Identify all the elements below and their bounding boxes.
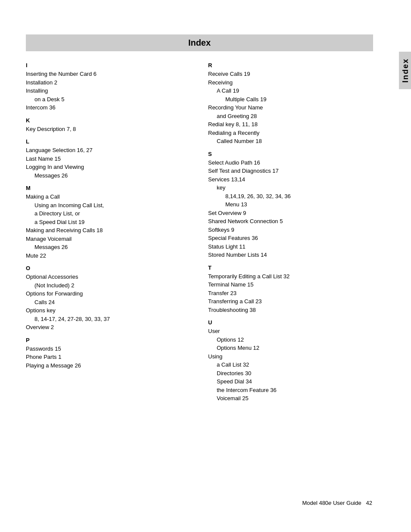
section-letter-p: P (26, 337, 191, 343)
entry-a-call-list: a Call List 32 (208, 361, 373, 369)
entry-last-name: Last Name 15 (26, 155, 191, 163)
section-letter-u: U (208, 319, 373, 326)
entry-transferring-a-call: Transferring a Call 23 (208, 297, 373, 306)
entry-overview: Overview 2 (26, 323, 191, 332)
entry-key-description: Key Description 7, 8 (26, 125, 191, 134)
entry-user-options: Options 12 (208, 336, 373, 344)
entry-redial-key: Redial key 8, 11, 18 (208, 120, 373, 129)
section-o: O Optional Accessories (Not Included) 2 … (26, 265, 191, 332)
section-letter-k: K (26, 117, 191, 124)
right-column: R Receive Calls 19 Receiving A Call 19 M… (208, 62, 373, 408)
entry-installation: Installation 2 (26, 78, 191, 87)
entry-recording-your-name: Recording Your Name (208, 103, 373, 112)
section-k: K Key Description 7, 8 (26, 117, 191, 134)
content-area: I Inserting the Number Card 6 Installati… (26, 62, 373, 408)
entry-called-number: Called Number 18 (208, 137, 373, 146)
section-letter-i: I (26, 62, 191, 68)
entry-using: Using (208, 352, 373, 361)
entry-language-selection: Language Selection 16, 27 (26, 146, 191, 155)
section-p: P Passwords 15 Phone Parts 1 Playing a M… (26, 337, 191, 370)
entry-user: User (208, 327, 373, 336)
section-u: U User Options 12 Options Menu 12 Using … (208, 319, 373, 403)
section-letter-o: O (26, 265, 191, 271)
entry-menu-13: Menu 13 (208, 200, 373, 209)
section-letter-m: M (26, 185, 191, 191)
footer-model-italic: e (328, 500, 331, 506)
entry-mute: Mute 22 (26, 252, 191, 260)
entry-directories: Directories 30 (208, 369, 373, 378)
entry-self-test: Self Test and Diagnostics 17 (208, 167, 373, 175)
entry-redialing: Redialing a Recently (208, 129, 373, 137)
entry-and-greeting: and Greeting 28 (208, 112, 373, 121)
entry-logging-in: Logging In and Viewing (26, 163, 191, 171)
entry-voicemail: Voicemail 25 (208, 394, 373, 403)
entry-stored-number-lists: Stored Number Lists 14 (208, 251, 373, 259)
page-container: Index Index I Inserting the Number Card … (0, 0, 411, 532)
entry-options-key-numbers: 8, 14-17, 24, 27-28, 30, 33, 37 (26, 315, 191, 324)
entry-making-a-call: Making a Call (26, 193, 191, 201)
entry-installing: Installing (26, 87, 191, 95)
entry-terminal-name: Terminal Name 15 (208, 280, 373, 289)
entry-shared-network: Shared Network Connection 5 (208, 217, 373, 226)
section-i: I Inserting the Number Card 6 Installati… (26, 62, 191, 112)
entry-services: Services 13,14 (208, 175, 373, 184)
entry-messages-26: Messages 26 (26, 171, 191, 180)
index-tab: Index (399, 52, 411, 89)
entry-status-light: Status Light 11 (208, 243, 373, 251)
page-title: Index (26, 38, 373, 48)
entry-a-call: A Call 19 (208, 87, 373, 95)
entry-phone-parts: Phone Parts 1 (26, 353, 191, 361)
entry-options-key: Options key (26, 306, 191, 315)
entry-playing-message: Playing a Message 26 (26, 361, 191, 370)
entry-speed-dial-list: a Speed Dial List 19 (26, 218, 191, 227)
entry-user-options-menu: Options Menu 12 (208, 344, 373, 352)
entry-speed-dial: Speed Dial 34 (208, 377, 373, 386)
entry-softkeys: Softkeys 9 (208, 226, 373, 234)
entry-special-features: Special Features 36 (208, 234, 373, 243)
entry-passwords: Passwords 15 (26, 345, 191, 353)
section-letter-l: L (26, 138, 191, 145)
section-letter-t: T (208, 264, 373, 271)
section-m: M Making a Call Using an Incoming Call L… (26, 185, 191, 260)
section-s: S Select Audio Path 16 Self Test and Dia… (208, 151, 373, 259)
entry-set-overview: Set Overview 9 (208, 209, 373, 218)
entry-troubleshooting: Troubleshooting 38 (208, 306, 373, 314)
entry-not-included: (Not Included) 2 (26, 281, 191, 290)
section-letter-s: S (208, 151, 373, 157)
footer-model-text: Model 480e User Guide 42 (302, 500, 372, 506)
footer: Model 480e User Guide 42 (302, 500, 372, 506)
entry-transfer: Transfer 23 (208, 289, 373, 298)
entry-inserting-number-card: Inserting the Number Card 6 (26, 70, 191, 78)
entry-directory-list: a Directory List, or (26, 209, 191, 218)
entry-temporarily-editing: Temporarily Editing a Call List 32 (208, 272, 373, 281)
left-column: I Inserting the Number Card 6 Installati… (26, 62, 191, 408)
section-letter-r: R (208, 62, 373, 68)
entry-messages-26b: Messages 26 (26, 243, 191, 252)
entry-multiple-calls: Multiple Calls 19 (208, 95, 373, 104)
entry-optional-accessories: Optional Accessories (26, 273, 191, 281)
section-r: R Receive Calls 19 Receiving A Call 19 M… (208, 62, 373, 146)
entry-intercom-feature: the Intercom Feature 36 (208, 386, 373, 395)
entry-receiving: Receiving (208, 78, 373, 87)
entry-key-numbers: 8,14,19, 26, 30, 32, 34, 36 (208, 192, 373, 201)
entry-key: key (208, 184, 373, 192)
header-bar: Index (26, 34, 373, 51)
entry-intercom: Intercom 36 (26, 103, 191, 112)
entry-on-a-desk: on a Desk 5 (26, 95, 191, 104)
section-t: T Temporarily Editing a Call List 32 Ter… (208, 264, 373, 314)
section-l: L Language Selection 16, 27 Last Name 15… (26, 138, 191, 180)
entry-options-for-forwarding: Options for Forwarding (26, 289, 191, 298)
entry-select-audio-path: Select Audio Path 16 (208, 159, 373, 167)
entry-manage-voicemail: Manage Voicemail (26, 235, 191, 243)
entry-receive-calls: Receive Calls 19 (208, 70, 373, 78)
entry-calls-24: Calls 24 (26, 298, 191, 307)
entry-using-incoming: Using an Incoming Call List, (26, 201, 191, 210)
entry-making-receiving: Making and Receiving Calls 18 (26, 226, 191, 235)
